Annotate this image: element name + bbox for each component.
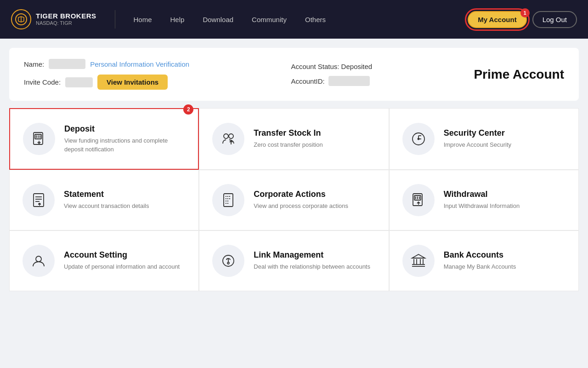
corporate-text: Corporate Actions View and process corpo… [254, 190, 375, 210]
account-name-row: Name: Personal Information Verification [24, 59, 189, 69]
main-content: Name: Personal Information Verification … [0, 39, 588, 300]
invite-code-value [65, 77, 93, 87]
nav-home[interactable]: Home [124, 11, 161, 28]
card-security-center[interactable]: Security Center Improve Account Security [389, 108, 579, 170]
invite-code-label: Invite Code: [24, 78, 61, 86]
account-setting-title: Account Setting [64, 250, 186, 260]
card-deposit[interactable]: 2 Deposit View funding instructions and … [9, 108, 199, 170]
corporate-title: Corporate Actions [254, 190, 375, 199]
corporate-icon [212, 184, 244, 216]
bank-icon [402, 245, 435, 277]
account-summary: Name: Personal Information Verification … [9, 48, 579, 101]
nav-download[interactable]: Download [193, 11, 243, 28]
account-setting-text: Account Setting Update of personal infor… [64, 250, 186, 271]
withdrawal-desc: Input Withdrawal Information [444, 202, 565, 210]
withdrawal-title: Withdrawal [444, 190, 565, 199]
transfer-title: Transfer Stock In [254, 128, 375, 138]
navbar: TIGER BROKERS NASDAQ: TIGR Home Help Dow… [0, 0, 588, 39]
svg-point-7 [224, 134, 228, 138]
bank-accounts-desc: Manage My Bank Accounts [444, 263, 565, 271]
nav-right: My Account 1 Log Out [468, 11, 577, 28]
link-management-title: Link Management [254, 250, 375, 260]
cards-grid: 2 Deposit View funding instructions and … [9, 108, 579, 291]
deposit-text: Deposit View funding instructions and co… [64, 124, 185, 153]
prime-account-section: Prime Account [474, 67, 564, 82]
security-desc: Improve Account Security [444, 141, 565, 149]
statement-icon [23, 184, 55, 216]
invite-row: Invite Code: View Invitations [24, 75, 189, 90]
link-management-text: Link Management Deal with the relationsh… [254, 250, 375, 271]
nav-others[interactable]: Others [296, 11, 335, 28]
card-transfer-stock-in[interactable]: Transfer Stock In Zero cost transfer pos… [199, 108, 389, 170]
withdrawal-text: Withdrawal Input Withdrawal Information [444, 190, 565, 210]
security-text: Security Center Improve Account Security [444, 128, 565, 149]
account-status: Account Status: Deposited [291, 63, 372, 70]
transfer-icon [212, 123, 244, 155]
brand: TIGER BROKERS NASDAQ: TIGR [11, 9, 96, 29]
account-id-row: AccountID: [291, 76, 372, 86]
card-statement[interactable]: Statement View account transaction detai… [9, 170, 199, 230]
account-id-label: AccountID: [291, 77, 324, 85]
security-title: Security Center [444, 128, 565, 138]
deposit-icon [23, 123, 55, 155]
card-link-management[interactable]: Link Management Deal with the relationsh… [199, 230, 389, 291]
corporate-desc: View and process corporate actions [254, 202, 375, 210]
my-account-button[interactable]: My Account 1 [468, 11, 526, 28]
brand-text: TIGER BROKERS NASDAQ: TIGR [36, 12, 96, 26]
account-setting-icon [23, 245, 55, 277]
brand-name: TIGER BROKERS [36, 12, 96, 20]
nav-links: Home Help Download Community Others [124, 11, 468, 28]
bank-accounts-text: Bank Accounts Manage My Bank Accounts [444, 250, 565, 271]
account-center: Account Status: Deposited AccountID: [291, 63, 372, 86]
nav-community[interactable]: Community [243, 11, 296, 28]
security-icon [402, 123, 435, 155]
card-bank-accounts[interactable]: Bank Accounts Manage My Bank Accounts [389, 230, 579, 291]
brand-sub: NASDAQ: TIGR [36, 20, 96, 26]
deposit-badge: 2 [183, 104, 193, 115]
brand-logo [11, 9, 31, 29]
navbar-divider [115, 10, 115, 29]
link-management-desc: Deal with the relationship between accou… [254, 263, 375, 271]
statement-desc: View account transaction details [64, 202, 186, 210]
prime-account-text: Prime Account [474, 67, 564, 81]
name-label: Name: [24, 60, 44, 68]
account-setting-desc: Update of personal information and accou… [64, 263, 186, 271]
deposit-title: Deposit [64, 124, 185, 134]
account-left: Name: Personal Information Verification … [24, 59, 189, 90]
deposit-desc: View funding instructions and complete d… [64, 137, 185, 153]
svg-point-8 [229, 134, 233, 138]
svg-rect-20 [224, 194, 233, 207]
card-corporate-actions[interactable]: Corporate Actions View and process corpo… [199, 170, 389, 230]
name-value [49, 59, 85, 69]
link-management-icon [212, 245, 244, 277]
statement-title: Statement [64, 190, 186, 199]
transfer-desc: Zero cost transfer position [254, 141, 375, 149]
svg-point-34 [227, 262, 229, 264]
nav-help[interactable]: Help [161, 11, 194, 28]
svg-point-14 [418, 138, 419, 140]
verify-link[interactable]: Personal Information Verification [90, 60, 189, 68]
svg-point-31 [36, 256, 41, 262]
statement-text: Statement View account transaction detai… [64, 190, 186, 210]
card-account-setting[interactable]: Account Setting Update of personal infor… [9, 230, 199, 291]
account-id-value [328, 76, 370, 86]
account-badge: 1 [520, 8, 530, 17]
view-invitations-button[interactable]: View Invitations [97, 75, 168, 90]
logout-button[interactable]: Log Out [532, 11, 577, 28]
withdrawal-icon [402, 184, 435, 216]
bank-accounts-title: Bank Accounts [444, 250, 565, 260]
transfer-text: Transfer Stock In Zero cost transfer pos… [254, 128, 375, 149]
svg-marker-35 [412, 254, 425, 258]
card-withdrawal[interactable]: Withdrawal Input Withdrawal Information [389, 170, 579, 230]
